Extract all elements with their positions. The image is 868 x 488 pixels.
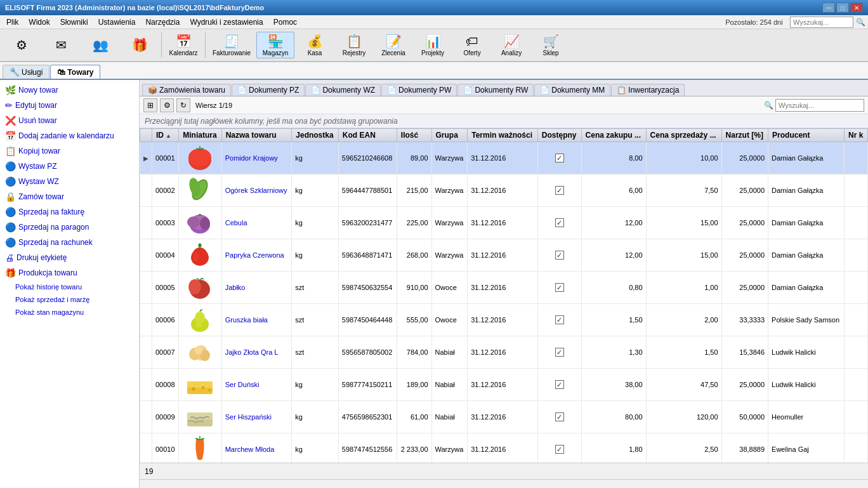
cell-name[interactable]: Pomidor Krajowy [221,142,292,175]
toolbar-sklep-button[interactable]: 🛒 Sklep [532,32,570,58]
col-id[interactable]: ID ▲ [152,129,179,142]
sec-tab-dokumenty-pw[interactable]: 📄 Dokumenty PW [381,84,457,96]
cell-name[interactable]: Jabłko [221,272,292,304]
table-row[interactable]: 00010 Marchew Młoda kg 5987474512556 2 2… [140,433,868,463]
available-checkbox[interactable] [555,283,564,292]
menu-widok[interactable]: Widok [25,16,53,28]
col-ean[interactable]: Kod EAN [338,129,397,142]
col-dostepny[interactable]: Dostępny [537,129,581,142]
menu-ustawienia[interactable]: Ustawienia [95,16,140,28]
table-row[interactable]: 00009 Ser Hiszpański kg 4756598652301 61… [140,401,868,433]
menu-wydruki[interactable]: Wydruki i zestawienia [186,16,266,28]
available-checkbox[interactable] [555,348,564,357]
window-controls[interactable]: ─ □ ✕ [822,3,863,13]
sec-tab-dokumenty-rw[interactable]: 📄 Dokumenty RW [457,84,534,96]
sidebar-item-sprzedaj-rachunek[interactable]: 🔵 Sprzedaj na rachunek [0,235,139,250]
cell-available[interactable] [537,401,581,433]
table-row[interactable]: 00002 Ogórek Szklarniowy kg 596444778850… [140,175,868,207]
table-row[interactable]: 00003 Cebula kg 5963200231477 225,00 War… [140,207,868,239]
sidebar-item-sprzedaj-fakture[interactable]: 🔵 Sprzedaj na fakturę [0,204,139,220]
menu-plik[interactable]: Plik [3,16,22,28]
tab-uslugi[interactable]: 🔧 Usługi [3,65,49,79]
sidebar-item-zamow-towar[interactable]: 🔒 Zamów towar [0,189,139,204]
table-settings-button[interactable]: ⚙ [160,98,174,112]
col-cena-zakupu[interactable]: Cena zakupu ... [581,129,646,142]
sidebar-item-drukuj-etykiete[interactable]: 🖨 Drukuj etykietę [0,250,139,265]
cell-name[interactable]: Gruszka biała [221,304,292,336]
sidebar-item-edytuj-towar[interactable]: ✏ Edytuj towar [0,98,139,113]
col-narzut[interactable]: Narzut [%] [721,129,768,142]
available-checkbox[interactable] [555,251,564,260]
available-checkbox[interactable] [555,218,564,227]
menu-pomoc[interactable]: Pomoc [270,16,301,28]
available-checkbox[interactable] [555,186,564,195]
toolbar-zlecenia-button[interactable]: 📝 Zlecenia [374,32,412,58]
cell-name[interactable]: Jajko Złota Qra L [221,336,292,369]
toolbar-oferty-button[interactable]: 🏷 Oferty [453,32,491,58]
available-checkbox[interactable] [555,380,564,389]
data-table-wrap[interactable]: ID ▲ Miniatura Nazwa towaru Jednostka [140,128,868,463]
cell-name[interactable]: Marchew Młoda [221,433,292,463]
toolbar-calendar-button[interactable]: 📅 Kalendarz [164,32,202,58]
cell-available[interactable] [537,207,581,239]
close-button[interactable]: ✕ [850,3,863,13]
sidebar-item-wystaw-pz[interactable]: 🔵 Wystaw PZ [0,159,139,174]
sec-tab-dokumenty-mm[interactable]: 📄 Dokumenty MM [534,84,610,96]
col-cena-sprzedazy[interactable]: Cena sprzedaży ... [646,129,721,142]
sidebar-item-usun-towar[interactable]: ❌ Usuń towar [0,113,139,128]
sec-tab-zamowienia[interactable]: 📦 Zamówienia towaru [142,84,231,96]
col-producent[interactable]: Producent [768,129,845,142]
available-checkbox[interactable] [555,445,564,454]
cell-name[interactable]: Ogórek Szklarniowy [221,175,292,207]
available-checkbox[interactable] [555,412,564,421]
toolbar-email-button[interactable]: ✉ [42,36,80,55]
col-miniatura[interactable]: Miniatura [179,129,221,142]
cell-name[interactable]: Papryka Czerwona [221,239,292,272]
menu-narzedzia[interactable]: Narzędzia [141,16,183,28]
table-grid-button[interactable]: ⊞ [143,98,157,112]
cell-available[interactable] [537,175,581,207]
col-nazwa[interactable]: Nazwa towaru [221,129,292,142]
col-termin[interactable]: Termin ważności [468,129,538,142]
sidebar-item-sprzedaj-paragon[interactable]: 🔵 Sprzedaj na paragon [0,220,139,235]
col-nrk[interactable]: Nr k [844,129,867,142]
horizontal-scrollbar[interactable] [140,479,868,488]
cell-name[interactable]: Cebula [221,207,292,239]
sidebar-item-kopiuj-towar[interactable]: 📋 Kopiuj towar [0,143,139,159]
toolbar-rejestry-button[interactable]: 📋 Rejestry [335,32,373,58]
sec-tab-dokumenty-pz[interactable]: 📄 Dokumenty PZ [232,84,305,96]
table-row[interactable]: 00006 Gruszka biała szt 5987450464448 55… [140,304,868,336]
cell-available[interactable] [537,272,581,304]
table-search-input[interactable] [775,99,864,112]
toolbar-projekty-button[interactable]: 📊 Projekty [414,32,452,58]
cell-available[interactable] [537,433,581,463]
cell-name[interactable]: Ser Duński [221,369,292,401]
cell-available[interactable] [537,239,581,272]
cell-available[interactable] [537,142,581,175]
sidebar-item-pokaz-historie[interactable]: Pokaż historię towaru [0,280,139,293]
cell-available[interactable] [537,304,581,336]
cell-available[interactable] [537,369,581,401]
cell-name[interactable]: Ser Hiszpański [221,401,292,433]
table-refresh-button[interactable]: ↻ [176,98,190,112]
toolbar-analizy-button[interactable]: 📈 Analizy [492,32,530,58]
table-row[interactable]: 00004 Papryka Czerwona kg 5963648871471 … [140,239,868,272]
available-checkbox[interactable] [555,315,564,324]
cell-available[interactable] [537,336,581,369]
minimize-button[interactable]: ─ [822,3,835,13]
toolbar-settings-button[interactable]: ⚙ [3,36,41,55]
col-ilosc[interactable]: Ilość [397,129,431,142]
top-search-input[interactable] [790,16,853,28]
menu-slowniki[interactable]: Słowniki [56,16,92,28]
table-row[interactable]: 00005 Jabłko szt 5987450632554 910,00 Ow… [140,272,868,304]
sec-tab-dokumenty-wz[interactable]: 📄 Dokumenty WZ [305,84,381,96]
sidebar-item-pokaz-sprzedaz[interactable]: Pokaż sprzedaż i marżę [0,293,139,306]
table-row[interactable]: ▶ 00001 Pomidor Krajowy kg 5965210246608… [140,142,868,175]
restore-button[interactable]: □ [836,3,849,13]
sidebar-item-nowy-towar[interactable]: 🌿 Nowy towar [0,82,139,98]
toolbar-users-button[interactable]: 👥 [81,36,119,55]
available-checkbox[interactable] [555,154,564,162]
toolbar-kasa-button[interactable]: 💰 Kasa [296,32,334,58]
table-row[interactable]: 00008 Ser Duński kg 5987774150211 189,00… [140,369,868,401]
sec-tab-inwentaryzacja[interactable]: 📋 Inwentaryzacja [611,84,685,96]
